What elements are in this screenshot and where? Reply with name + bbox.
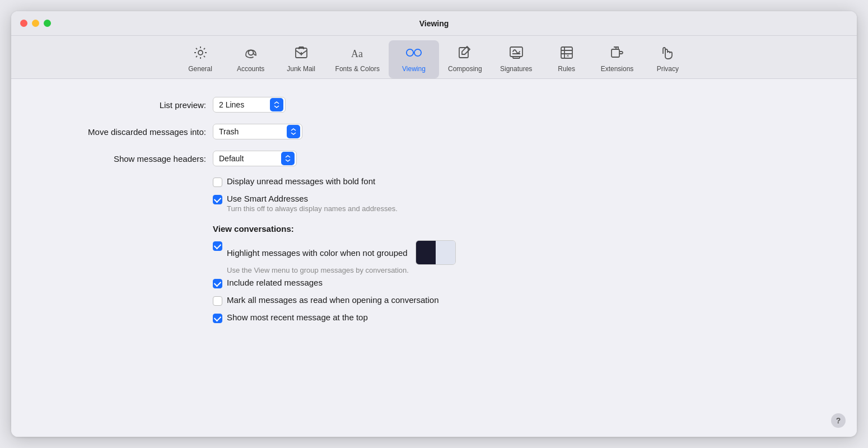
tab-accounts[interactable]: Accounts — [226, 40, 276, 78]
related-label: Include related messages — [227, 278, 323, 287]
list-preview-row: List preview: 2 Lines None 1 Line 3 Line… — [56, 97, 830, 113]
titlebar: Viewing — [11, 11, 857, 36]
svg-text:Aa: Aa — [351, 48, 363, 59]
signatures-icon — [508, 45, 524, 63]
checkbox-highlight: Highlight messages with color when not g… — [213, 240, 830, 274]
conversation-checkboxes: Highlight messages with color when not g… — [213, 240, 830, 330]
tab-junkmail[interactable]: Junk Mail — [276, 40, 326, 78]
smart-addresses-sublabel: Turn this off to always display names an… — [227, 204, 398, 213]
mark-read-text: Mark all messages as read when opening a… — [227, 295, 439, 305]
tab-signatures-label: Signatures — [500, 65, 532, 73]
tab-privacy[interactable]: Privacy — [642, 40, 693, 78]
move-discarded-select[interactable]: Trash Archive — [213, 124, 302, 139]
toolbar: General Accounts — [11, 36, 857, 79]
checkbox-smart-addresses-input[interactable] — [213, 195, 222, 204]
show-headers-select-wrapper: Default All Custom — [213, 151, 297, 166]
tab-general[interactable]: General — [175, 40, 226, 78]
checkbox-recent-top: Show most recent message at the top — [213, 312, 830, 323]
show-headers-row: Show message headers: Default All Custom — [56, 151, 830, 166]
list-preview-label: List preview: — [56, 100, 213, 110]
recent-top-text: Show most recent message at the top — [227, 312, 368, 323]
fonts-icon: Aa — [349, 45, 365, 63]
checkboxes-group-1: Display unread messages with bold font U… — [213, 176, 830, 224]
svg-text:✕: ✕ — [566, 54, 570, 58]
maximize-button[interactable] — [44, 20, 51, 27]
tab-general-label: General — [188, 65, 212, 73]
hand-icon — [660, 45, 675, 63]
close-button[interactable] — [20, 20, 27, 27]
bold-unread-text: Display unread messages with bold font — [227, 176, 375, 186]
tab-viewing-label: Viewing — [402, 65, 426, 73]
window-title: Viewing — [419, 19, 449, 28]
checkbox-highlight-input[interactable] — [213, 241, 222, 251]
svg-point-0 — [198, 50, 203, 55]
swatch-light — [436, 241, 455, 264]
tab-junkmail-label: Junk Mail — [287, 65, 315, 73]
glasses-icon — [406, 45, 422, 63]
checkbox-mark-read-input[interactable] — [213, 296, 222, 306]
checkbox-related: Include related messages — [213, 278, 830, 288]
tab-accounts-label: Accounts — [237, 65, 264, 73]
minimize-button[interactable] — [32, 20, 39, 27]
related-text: Include related messages — [227, 278, 323, 288]
list-preview-select[interactable]: 2 Lines None 1 Line 3 Lines 4 Lines 5 Li… — [213, 97, 286, 113]
smart-addresses-label: Use Smart Addresses — [227, 194, 398, 203]
at-icon — [243, 45, 259, 63]
tab-composing[interactable]: Composing — [439, 40, 491, 78]
svg-rect-16 — [612, 49, 619, 57]
rules-icon: ✕ — [559, 45, 575, 63]
extensions-icon — [609, 45, 625, 63]
main-window: Viewing General Accounts — [11, 11, 857, 437]
move-discarded-label: Move discarded messages into: — [56, 127, 213, 137]
color-swatch[interactable] — [416, 240, 456, 265]
tab-composing-label: Composing — [448, 65, 482, 73]
window-body: List preview: 2 Lines None 1 Line 3 Line… — [11, 79, 857, 437]
svg-point-9 — [407, 49, 413, 56]
tab-fontscolors-label: Fonts & Colors — [335, 65, 380, 73]
tab-signatures[interactable]: Signatures — [491, 40, 542, 78]
checkbox-related-input[interactable] — [213, 279, 222, 288]
swatch-dark — [416, 241, 436, 264]
checkbox-mark-read: Mark all messages as read when opening a… — [213, 295, 830, 306]
svg-point-1 — [248, 50, 253, 55]
compose-icon — [457, 45, 473, 63]
gear-icon — [193, 45, 208, 63]
tab-privacy-label: Privacy — [657, 65, 679, 73]
tab-viewing[interactable]: Viewing — [389, 40, 439, 78]
view-conversations-label: View conversations: — [213, 224, 830, 234]
tab-extensions[interactable]: Extensions — [592, 40, 643, 78]
move-discarded-row: Move discarded messages into: Trash Arch… — [56, 124, 830, 139]
junkmail-icon — [293, 45, 309, 63]
show-headers-label: Show message headers: — [56, 154, 213, 164]
content-area: List preview: 2 Lines None 1 Line 3 Line… — [11, 79, 857, 437]
checkbox-bold-unread: Display unread messages with bold font — [213, 176, 830, 187]
checkbox-bold-unread-input[interactable] — [213, 178, 222, 187]
checkbox-recent-top-input[interactable] — [213, 314, 222, 323]
move-discarded-select-wrapper: Trash Archive — [213, 124, 302, 139]
tab-fontscolors[interactable]: Aa Fonts & Colors — [326, 40, 389, 78]
tab-extensions-label: Extensions — [601, 65, 634, 73]
help-button[interactable]: ? — [831, 413, 846, 428]
highlight-sublabel: Use the View menu to group messages by c… — [227, 266, 830, 274]
traffic-lights — [20, 20, 51, 27]
tab-rules[interactable]: ✕ Rules — [542, 40, 592, 78]
smart-addresses-text: Use Smart Addresses Turn this off to alw… — [227, 194, 398, 213]
list-preview-select-wrapper: 2 Lines None 1 Line 3 Lines 4 Lines 5 Li… — [213, 97, 286, 113]
tab-rules-label: Rules — [558, 65, 575, 73]
mark-read-label: Mark all messages as read when opening a… — [227, 295, 439, 305]
recent-top-label: Show most recent message at the top — [227, 312, 368, 322]
highlight-label: Highlight messages with color when not g… — [227, 248, 408, 258]
svg-point-10 — [414, 49, 421, 56]
show-headers-select[interactable]: Default All Custom — [213, 151, 297, 166]
highlight-text: Highlight messages with color when not g… — [227, 240, 830, 274]
checkbox-smart-addresses: Use Smart Addresses Turn this off to alw… — [213, 194, 830, 213]
bold-unread-label: Display unread messages with bold font — [227, 176, 375, 186]
